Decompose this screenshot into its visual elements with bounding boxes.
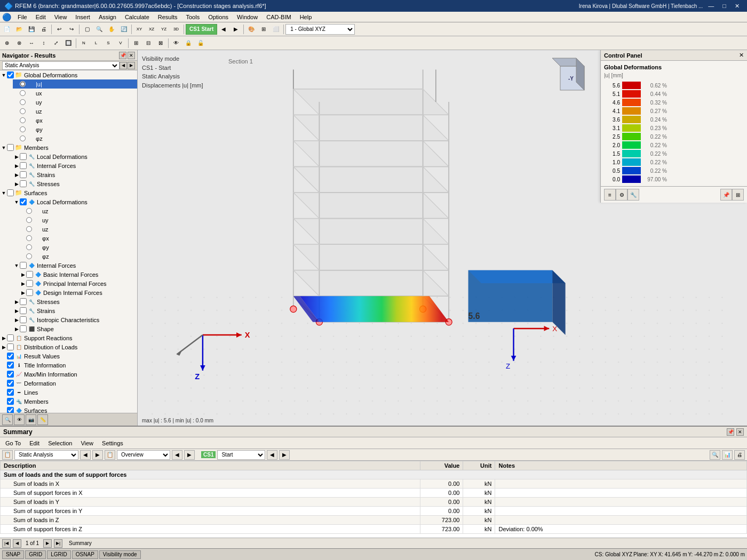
tree-uy[interactable]: uy xyxy=(13,98,137,107)
check-principal-int[interactable] xyxy=(26,280,33,287)
radio-surf-phiy[interactable] xyxy=(26,244,32,250)
expand-local-def[interactable]: ▶ xyxy=(14,154,19,159)
nav-pin[interactable]: 📌 xyxy=(119,52,126,59)
expand-design-int[interactable]: ▶ xyxy=(20,290,26,295)
sum-cs-prev[interactable]: ◀ xyxy=(267,450,277,460)
sum-cs-dropdown[interactable]: Start xyxy=(217,450,265,460)
tb2-snap1[interactable]: ⊞ xyxy=(130,37,142,49)
summary-close-btn[interactable]: ✕ xyxy=(736,428,744,436)
check-title-info[interactable] xyxy=(7,362,14,369)
sum-table-icon[interactable]: 📋 xyxy=(2,450,13,460)
check-support-reactions[interactable] xyxy=(7,334,14,341)
tree-strains[interactable]: ▶ 🔧 Strains xyxy=(13,170,137,179)
tb2-surf[interactable]: S xyxy=(102,37,114,49)
visibility-btn[interactable]: Visibility mode xyxy=(99,550,141,559)
radio-surf-phix[interactable] xyxy=(26,235,32,241)
menu-view[interactable]: View xyxy=(50,12,71,22)
check-stresses[interactable] xyxy=(20,180,27,187)
menu-edit[interactable]: Edit xyxy=(31,12,50,22)
expand-members[interactable]: ▼ xyxy=(1,145,6,150)
tree-stresses[interactable]: ▶ 🔧 Stresses xyxy=(13,179,137,188)
nav-foot-btn3[interactable]: 📷 xyxy=(26,414,36,425)
tb-mesh[interactable]: ⊞ xyxy=(258,23,269,35)
radio-surf-uz2[interactable] xyxy=(26,226,32,232)
tree-surf-phix[interactable]: φx xyxy=(19,234,137,243)
tree-members-nav[interactable]: 🔩 Members xyxy=(0,397,137,406)
tree-surf-int-forces[interactable]: ▼ 🔷 Internal Forces xyxy=(13,261,137,270)
snap-btn[interactable]: SNAP xyxy=(2,550,24,559)
tb-print[interactable]: 🖨 xyxy=(38,23,50,35)
tb2-line[interactable]: L xyxy=(90,37,102,49)
check-shape[interactable] xyxy=(20,325,27,332)
menu-options[interactable]: Options xyxy=(204,12,233,22)
tb2-show[interactable]: 🔓 xyxy=(195,37,206,49)
sum-analysis-next[interactable]: ▶ xyxy=(92,450,103,460)
tree-lines[interactable]: ━ Lines xyxy=(0,388,137,397)
sum-overview-prev[interactable]: ◀ xyxy=(172,450,182,460)
tb2-node[interactable]: N xyxy=(78,37,90,49)
tree-surf-phiy[interactable]: φy xyxy=(19,243,137,252)
check-lines[interactable] xyxy=(7,389,14,396)
sf-first[interactable]: |◀ xyxy=(2,539,11,548)
sum-btn1[interactable]: 🔍 xyxy=(710,450,720,460)
tree-basic-int-forces[interactable]: ▶ 🔷 Basic Internal Forces xyxy=(19,270,137,279)
radio-u-abs[interactable] xyxy=(20,81,26,87)
tree-phix[interactable]: φx xyxy=(13,116,137,125)
tb-new[interactable]: 📄 xyxy=(1,23,13,35)
cp-close-btn[interactable]: ✕ xyxy=(739,52,744,59)
sf-prev[interactable]: ◀ xyxy=(13,539,21,548)
tree-surf-uz1[interactable]: uz xyxy=(19,206,137,215)
check-deformation[interactable] xyxy=(7,380,14,387)
sum-analysis-prev[interactable]: ◀ xyxy=(80,450,91,460)
tb2-1[interactable]: ⊕ xyxy=(1,37,13,49)
cs-prev[interactable]: ◀ xyxy=(218,23,229,35)
expand-surfaces[interactable]: ▼ xyxy=(1,190,6,196)
expand-surf-local-def[interactable]: ▼ xyxy=(14,199,19,205)
minimize-btn[interactable]: — xyxy=(705,3,717,9)
xyz-dropdown[interactable]: 1 - Global XYZ xyxy=(285,24,355,35)
check-surf-strains[interactable] xyxy=(20,307,27,314)
tb-pan[interactable]: ✋ xyxy=(106,23,117,35)
tb2-2[interactable]: ⊗ xyxy=(13,37,25,49)
tb2-6[interactable]: 🔲 xyxy=(62,37,74,49)
check-isotropic[interactable] xyxy=(20,316,27,323)
tb2-snap2[interactable]: ⊟ xyxy=(142,37,154,49)
maximize-btn[interactable]: □ xyxy=(719,3,729,9)
check-dist-loads[interactable] xyxy=(7,343,14,350)
tb-render[interactable]: 🎨 xyxy=(245,23,257,35)
menu-file[interactable]: File xyxy=(13,12,31,22)
check-surf-stresses[interactable] xyxy=(20,298,27,305)
tb-open[interactable]: 📂 xyxy=(13,23,25,35)
tree-int-forces[interactable]: ▶ 🔧 Internal Forces xyxy=(13,161,137,170)
tree-title-info[interactable]: ℹ Title Information xyxy=(0,361,137,370)
tree-surf-local-def[interactable]: ▼ 🔷 Local Deformations xyxy=(13,197,137,206)
tb-save[interactable]: 💾 xyxy=(26,23,37,35)
menu-insert[interactable]: Insert xyxy=(71,12,94,22)
tb2-hide[interactable]: 🔒 xyxy=(182,37,194,49)
menu-results[interactable]: Results xyxy=(154,12,182,22)
3d-cube-nav[interactable]: -Y xyxy=(550,55,592,98)
tree-design-int-forces[interactable]: ▶ 🔷 Design Internal Forces xyxy=(19,288,137,297)
check-int-forces[interactable] xyxy=(20,162,27,169)
sum-overview-dropdown[interactable]: Overview xyxy=(117,450,170,460)
tree-surfaces-nav[interactable]: 🔷 Surfaces xyxy=(0,406,137,413)
check-local-def[interactable] xyxy=(20,153,27,160)
tb2-solid[interactable]: V xyxy=(115,37,126,49)
tb-zoom[interactable]: 🔍 xyxy=(93,23,105,35)
tb-view3d[interactable]: 3D xyxy=(170,23,182,35)
sum-cs-next[interactable]: ▶ xyxy=(279,450,290,460)
menu-window[interactable]: Window xyxy=(233,12,262,22)
check-result-values[interactable] xyxy=(7,353,14,359)
tb-wireframe[interactable]: ⬜ xyxy=(270,23,282,35)
expand-global-def[interactable]: ▼ xyxy=(1,73,6,78)
sum-overview-next[interactable]: ▶ xyxy=(184,450,195,460)
cp-foot-btn1[interactable]: ≡ xyxy=(604,189,616,201)
nav-arrow-right[interactable]: ▶ xyxy=(128,62,135,69)
tree-isotropic[interactable]: ▶ 🔧 Isotropic Characteristics xyxy=(13,315,137,324)
radio-surf-phiz[interactable] xyxy=(26,253,32,259)
tb2-3[interactable]: ↔ xyxy=(26,37,37,49)
radio-phix[interactable] xyxy=(20,117,26,123)
nav-close[interactable]: ✕ xyxy=(128,52,135,59)
check-members-nav[interactable] xyxy=(7,398,14,405)
sum-overview-icon[interactable]: 📋 xyxy=(105,450,115,460)
